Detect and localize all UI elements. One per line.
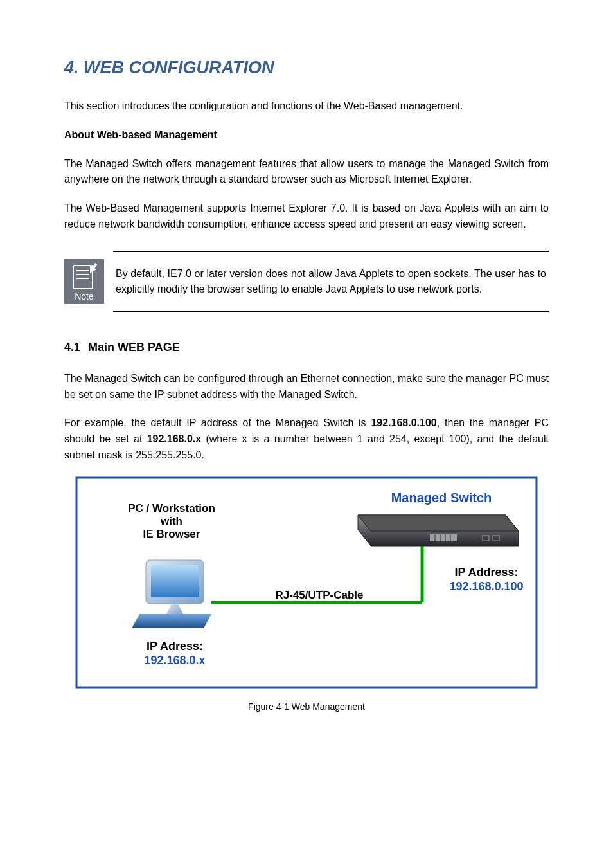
figure-caption: Figure 4-1 Web Management — [64, 701, 549, 712]
cable-label-text: RJ-45/UTP-Cable — [276, 589, 364, 601]
diagram-area: PC / Workstation with IE Browser — [64, 476, 549, 689]
svg-rect-12 — [430, 534, 457, 541]
chapter-title: 4. WEB CONFIGURATION — [64, 58, 549, 78]
pc-ip-text: 192.168.0.x — [144, 654, 205, 667]
svg-text:Note: Note — [75, 291, 94, 302]
pc-ip-title-text: IP Adress: — [147, 640, 203, 653]
section-title: Main WEB PAGE — [88, 341, 180, 354]
section-number: 4.1 — [64, 341, 80, 354]
about-heading: About Web-based Management — [64, 127, 549, 143]
pc-label-3-text: IE Browser — [143, 528, 200, 540]
intro-paragraph-3a: The Web-Based Management supports Intern… — [64, 201, 549, 233]
intro-paragraph-5: For example, the default IP address of t… — [64, 415, 549, 463]
svg-rect-9 — [151, 565, 199, 597]
intro-paragraph-4: The Managed Switch can be configured thr… — [64, 371, 549, 403]
note-block: Note By default, IE7.0 or later version … — [64, 251, 549, 312]
pc-label-2-text: with — [160, 515, 182, 527]
pc-label-1-text: PC / Workstation — [128, 502, 215, 514]
managed-switch-icon — [358, 515, 519, 546]
note-text: By default, IE7.0 or later version does … — [113, 251, 549, 312]
switch-label-text: Managed Switch — [391, 491, 492, 505]
note-icon: Note — [64, 251, 104, 312]
default-ip: 192.168.0.100 — [371, 417, 436, 428]
section-heading: 4.1 Main WEB PAGE — [64, 341, 549, 354]
p5-prefix: For example, the default IP address of t… — [64, 417, 371, 428]
switch-ip-title-text: IP Address: — [454, 566, 518, 579]
switch-ip-text: 192.168.0.100 — [449, 580, 523, 593]
pc-ip-pattern: 192.168.0.x — [147, 433, 202, 444]
intro-paragraph-1: This section introduces the configuratio… — [64, 98, 549, 114]
intro-paragraph-2: The Managed Switch offers management fea… — [64, 156, 549, 188]
